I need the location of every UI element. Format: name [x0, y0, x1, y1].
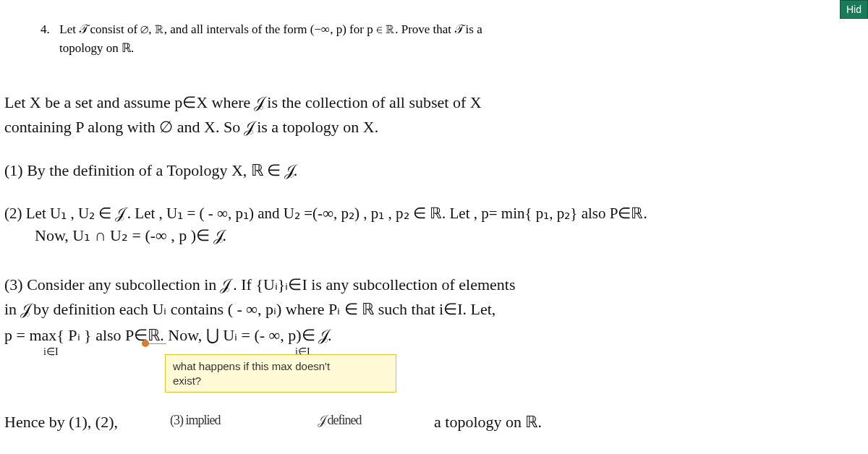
hide-button-label: Hid — [846, 4, 861, 15]
hw-line-9a: Hence by (1), (2), — [4, 412, 118, 432]
comment-line-2: exist? — [173, 374, 388, 388]
problem-statement: 4. Let 𝒯 consist of ∅, ℝ, and all interv… — [41, 20, 677, 57]
comment-connector — [149, 343, 166, 344]
hw-line-5: Now, U₁ ∩ U₂ = (-∞ , p )∈ 𝒥. — [35, 226, 226, 246]
hw-line-2: containing P along with ∅ and X. So 𝒥 is… — [4, 117, 378, 137]
hw-line-9-scribble1: (3) implied — [170, 412, 220, 429]
hw-line-1: Let X be a set and assume p∈X where 𝒥 is… — [4, 93, 482, 113]
hw-line-9b: a topology on ℝ. — [434, 412, 542, 432]
problem-line1: Let 𝒯 consist of ∅, ℝ, and all intervals… — [59, 22, 482, 36]
hw-line-6: (3) Consider any subcollection in 𝒥 . If… — [4, 275, 516, 295]
problem-line2: topology on ℝ. — [59, 39, 134, 58]
hw-line-8-sub1: i∈I — [43, 346, 59, 359]
problem-number: 4. — [41, 20, 56, 39]
hide-button[interactable]: Hid — [840, 0, 868, 19]
hw-line-3: (1) By the definition of a Topology X, ℝ… — [4, 160, 297, 181]
hw-line-9-scribble2: 𝒥 defined — [318, 412, 361, 429]
comment-anchor-dot — [142, 340, 149, 347]
grader-comment[interactable]: what happens if this max doesn't exist? — [165, 354, 396, 393]
comment-line-1: what happens if this max doesn't — [173, 359, 388, 374]
hw-line-7: in 𝒥 by definition each Uᵢ contains ( - … — [4, 299, 495, 320]
hw-line-8: p = max{ Pᵢ } also P∈ℝ. Now, ⋃ Uᵢ = (- ∞… — [4, 325, 332, 346]
hw-line-4: (2) Let U₁ , U₂ ∈ 𝒥 . Let , U₁ = ( - ∞, … — [4, 204, 647, 223]
